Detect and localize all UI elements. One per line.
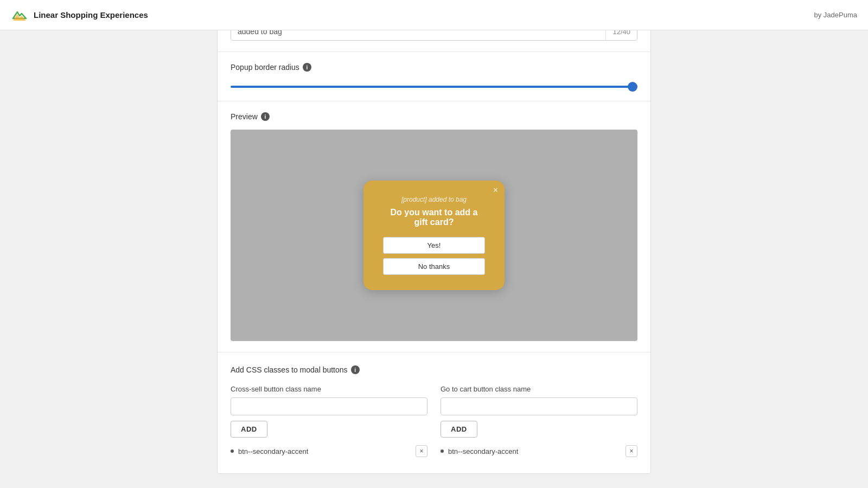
list-item: btn--secondary-accent × <box>441 445 637 457</box>
slider-section: Popup border radius i <box>218 52 650 101</box>
modal-yes-button[interactable]: Yes! <box>383 237 485 254</box>
slider-info-icon[interactable]: i <box>303 63 311 72</box>
by-label: by JadePuma <box>814 11 858 19</box>
slider-label: Popup border radius i <box>231 63 637 72</box>
preview-label: Preview i <box>231 112 637 121</box>
crosssell-add-button[interactable]: ADD <box>231 421 267 438</box>
preview-section: Preview i × [product] added to bag Do yo… <box>218 101 650 352</box>
crosssell-tag-list: btn--secondary-accent × <box>231 445 427 457</box>
list-item: btn--secondary-accent × <box>231 445 427 457</box>
preview-info-icon[interactable]: i <box>261 112 270 121</box>
go-to-cart-tag-value: btn--secondary-accent <box>448 447 518 455</box>
css-section-title: Add CSS classes to modal buttons i <box>231 365 637 374</box>
modal-no-button[interactable]: No thanks <box>383 258 485 275</box>
modal-subtitle: [product] added to bag <box>383 196 485 203</box>
crosssell-label: Cross-sell button class name <box>231 385 427 393</box>
page-background: 12/40 Popup border radius i Preview i <box>0 0 868 485</box>
go-to-cart-add-button[interactable]: ADD <box>441 421 477 438</box>
content-wrapper: 12/40 Popup border radius i Preview i <box>217 11 651 474</box>
top-bar-left: Linear Shopping Experiences <box>11 7 148 24</box>
bullet-icon <box>231 450 234 453</box>
css-section-info-icon[interactable]: i <box>351 365 360 374</box>
app-logo <box>11 7 28 24</box>
crosssell-class-input[interactable] <box>231 397 427 415</box>
go-to-cart-label: Go to cart button class name <box>441 385 637 393</box>
crosssell-col: Cross-sell button class name ADD btn--se… <box>231 385 427 460</box>
css-classes-section: Add CSS classes to modal buttons i Cross… <box>218 352 650 473</box>
css-two-col: Cross-sell button class name ADD btn--se… <box>231 385 637 460</box>
preview-area: × [product] added to bag Do you want to … <box>231 130 637 341</box>
content-card: 12/40 Popup border radius i Preview i <box>217 11 651 474</box>
go-to-cart-col: Go to cart button class name ADD btn--se… <box>441 385 637 460</box>
preview-modal: × [product] added to bag Do you want to … <box>363 181 505 290</box>
top-bar: Linear Shopping Experiences by JadePuma <box>0 0 868 30</box>
crosssell-tag-remove-button[interactable]: × <box>416 445 427 457</box>
app-title: Linear Shopping Experiences <box>34 10 148 20</box>
go-to-cart-class-input[interactable] <box>441 397 637 415</box>
bullet-icon <box>441 450 444 453</box>
crosssell-tag-value: btn--secondary-accent <box>238 447 308 455</box>
modal-title: Do you want to add a gift card? <box>383 208 485 227</box>
border-radius-slider[interactable] <box>231 86 637 88</box>
go-to-cart-tag-list: btn--secondary-accent × <box>441 445 637 457</box>
go-to-cart-tag-remove-button[interactable]: × <box>626 445 637 457</box>
modal-close-icon[interactable]: × <box>493 186 498 195</box>
